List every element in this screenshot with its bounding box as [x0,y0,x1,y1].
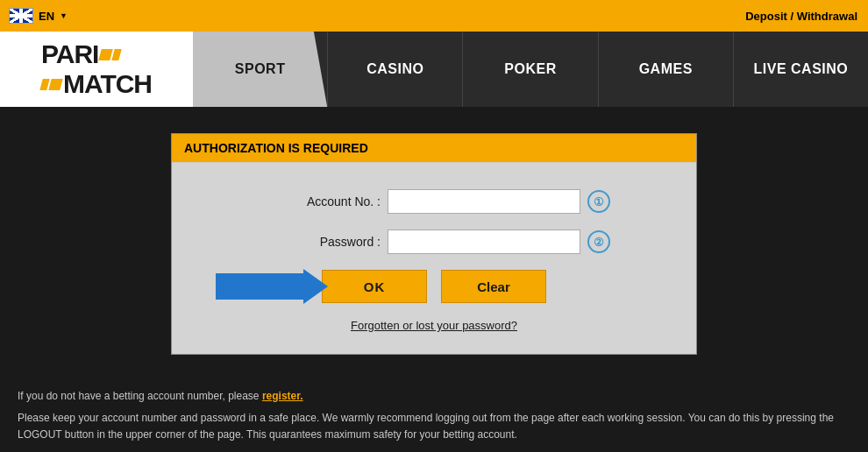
logo-pari: PARI [41,39,98,69]
nav-item-poker[interactable]: POKER [462,32,597,107]
ok-button[interactable]: OK [322,270,427,303]
logo: PARI MATCH [0,32,193,107]
logo-slash2 [112,49,122,60]
forgot-password-row: Forgotten or lost your password? [189,319,679,332]
main-content: AUTHORIZATION IS REQUIRED Account No. : … [0,107,868,372]
blue-arrow [216,269,328,304]
separator: / [791,10,797,23]
lang-dropdown-arrow: ▼ [60,11,68,20]
nav-item-live-casino[interactable]: LIVE CASINO [733,32,868,107]
account-input[interactable] [388,189,580,214]
password-field-number: ② [587,230,610,253]
withdrawal-link[interactable]: Withdrawal [797,10,857,23]
bottom-text: If you do not have a betting account num… [0,372,868,452]
nav-bar: PARI MATCH SPORT CASINO POKER GAMES LIVE… [0,32,868,107]
password-input[interactable] [388,230,580,254]
arrow-body [216,273,303,300]
nav-item-games[interactable]: GAMES [598,32,733,107]
deposit-link[interactable]: Deposit [745,10,787,23]
nav-item-casino[interactable]: CASINO [327,32,462,107]
nav-item-sport[interactable]: SPORT [193,32,327,107]
deposit-withdrawal: Deposit / Withdrawal [745,10,857,23]
account-field-number: ① [587,190,610,213]
auth-dialog: AUTHORIZATION IS REQUIRED Account No. : … [171,133,697,355]
password-row: Password : ② [189,230,679,254]
logo-slash4 [48,79,62,90]
register-paragraph: If you do not have a betting account num… [18,388,850,405]
register-text: If you do not have a betting account num… [18,390,260,402]
account-row: Account No. : ① [189,189,679,214]
auth-title: AUTHORIZATION IS REQUIRED [184,141,368,155]
auth-dialog-body: Account No. : ① Password : ② OK Clear [172,163,696,354]
lang-label: EN [39,10,54,23]
buttons-row: OK Clear [189,270,679,303]
nav-items: SPORT CASINO POKER GAMES LIVE CASINO [193,32,868,107]
account-label: Account No. : [258,194,381,208]
flag-icon [9,8,33,24]
logo-match: MATCH [63,69,152,99]
register-link[interactable]: register. [262,390,303,402]
forgot-password-link[interactable]: Forgotten or lost your password? [351,319,517,332]
info-paragraph: Please keep your account number and pass… [18,410,850,443]
arrow-head [303,269,328,304]
clear-button[interactable]: Clear [441,270,546,303]
auth-dialog-header: AUTHORIZATION IS REQUIRED [172,134,696,163]
lang-selector[interactable]: EN ▼ [9,8,68,24]
top-bar: EN ▼ Deposit / Withdrawal [0,0,868,32]
password-label: Password : [258,235,381,249]
